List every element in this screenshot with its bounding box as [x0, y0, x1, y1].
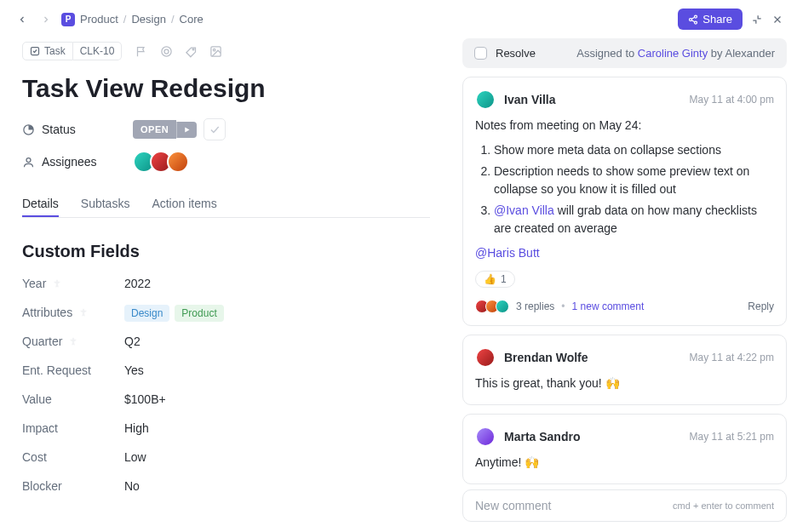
crumb-design[interactable]: Design [131, 13, 165, 26]
tab-details[interactable]: Details [22, 190, 59, 217]
field-value[interactable]: Q2 [124, 335, 140, 348]
composer-hint: cmd + enter to comment [673, 501, 774, 511]
mention[interactable]: @Ivan Villa [494, 203, 554, 217]
custom-fields-heading: Custom Fields [22, 242, 430, 261]
reply-avatars[interactable] [475, 300, 509, 313]
field-value[interactable]: DesignProduct [124, 306, 229, 319]
comment-composer[interactable]: cmd + enter to comment [462, 489, 787, 522]
check-icon [209, 123, 221, 135]
svg-point-12 [214, 49, 216, 51]
thumbs-up-icon: 👍 [484, 273, 496, 285]
custom-fields-list: Year2022AttributesDesignProductQuarterQ2… [22, 277, 430, 493]
comment-body: This is great, thank you! 🙌 [475, 375, 774, 392]
new-comments-link[interactable]: 1 new comment [572, 300, 645, 312]
comment-time: May 11 at 5:21 pm [690, 431, 774, 443]
field-row: QuarterQ2 [22, 335, 430, 348]
svg-line-3 [692, 17, 696, 19]
comment-card: Brendan Wolfe May 11 at 4:22 pm This is … [462, 335, 787, 405]
svg-line-4 [692, 20, 696, 21]
complete-button[interactable] [204, 118, 226, 140]
image-icon[interactable] [209, 45, 222, 58]
tag[interactable]: Design [124, 305, 169, 322]
field-row: Value$100B+ [22, 392, 430, 406]
task-id-label[interactable]: CLK-10 [73, 42, 123, 60]
comment-body: Notes from meeting on May 24: Show more … [475, 117, 774, 262]
tag[interactable]: Product [175, 305, 223, 322]
tab-action-items[interactable]: Action items [152, 190, 216, 217]
pin-icon [53, 279, 61, 288]
resolve-checkbox[interactable] [474, 47, 487, 60]
flag-icon[interactable] [135, 45, 148, 58]
svg-marker-14 [185, 127, 189, 132]
close-icon[interactable] [771, 14, 783, 26]
field-label: Year [22, 277, 124, 290]
svg-point-0 [695, 15, 697, 18]
task-type-chip[interactable]: Task [22, 42, 73, 60]
field-row: CostLow [22, 450, 430, 464]
comments-pane: Resolve Assigned to Caroline Ginty by Al… [452, 38, 797, 532]
field-label: Blocker [22, 479, 124, 493]
collapse-icon[interactable] [751, 14, 763, 26]
field-row: ImpactHigh [22, 421, 430, 435]
field-row: AttributesDesignProduct [22, 306, 430, 319]
avatar[interactable] [475, 426, 496, 447]
tag-icon[interactable] [185, 45, 198, 58]
status-label: Status [42, 123, 76, 136]
comment-input[interactable] [475, 499, 673, 512]
pin-icon [69, 337, 77, 346]
comment-card: Ivan Villa May 11 at 4:00 pm Notes from … [462, 77, 787, 326]
resolve-label[interactable]: Resolve [496, 47, 536, 60]
sprint-icon[interactable] [160, 45, 173, 58]
avatar[interactable] [475, 89, 496, 110]
nav-forward[interactable] [37, 13, 54, 26]
topbar: P Product / Design / Core Share [0, 0, 797, 38]
field-value[interactable]: No [124, 479, 140, 493]
comment-body: Anytime! 🙌 [475, 454, 774, 472]
share-button[interactable]: Share [678, 9, 743, 30]
status-next-button[interactable] [176, 122, 197, 138]
comment-author[interactable]: Marta Sandro [504, 430, 580, 443]
task-title[interactable]: Task View Redesign [22, 74, 430, 103]
reaction-pill[interactable]: 👍 1 [475, 271, 515, 288]
tab-subtasks[interactable]: Subtasks [81, 190, 130, 217]
status-pill[interactable]: OPEN [133, 120, 176, 139]
comment-author[interactable]: Ivan Villa [504, 93, 555, 106]
task-type-label: Task [44, 45, 66, 57]
field-row: BlockerNo [22, 479, 430, 493]
crumb-product[interactable]: Product [80, 13, 118, 26]
field-value[interactable]: Low [124, 450, 146, 464]
share-icon [688, 14, 698, 25]
replies-count[interactable]: 3 replies [516, 300, 554, 312]
svg-point-9 [164, 49, 169, 54]
field-row: Year2022 [22, 277, 430, 290]
breadcrumb: P Product / Design / Core [61, 13, 204, 26]
tabs: Details Subtasks Action items [22, 190, 430, 218]
svg-point-8 [162, 46, 171, 55]
field-label: Attributes [22, 306, 124, 319]
field-row: Ent. RequestYes [22, 363, 430, 377]
space-icon[interactable]: P [61, 13, 75, 26]
comment-card: Marta Sandro May 11 at 5:21 pm Anytime! … [462, 414, 787, 484]
reaction-count: 1 [501, 273, 507, 285]
reply-button[interactable]: Reply [748, 300, 774, 312]
svg-point-1 [690, 18, 692, 20]
mention[interactable]: @Haris Butt [475, 246, 540, 260]
pin-icon [79, 308, 88, 317]
nav-back[interactable] [14, 13, 31, 26]
resolve-bar: Resolve Assigned to Caroline Ginty by Al… [462, 38, 787, 68]
field-value[interactable]: High [124, 421, 149, 435]
comment-time: May 11 at 4:00 pm [690, 94, 774, 106]
assignee-link[interactable]: Caroline Ginty [638, 47, 708, 60]
field-label: Impact [22, 421, 124, 435]
avatar[interactable] [167, 151, 189, 173]
crumb-core[interactable]: Core [180, 13, 204, 26]
assignees-avatars[interactable] [133, 151, 189, 173]
comment-author[interactable]: Brendan Wolfe [504, 351, 588, 364]
field-value[interactable]: 2022 [124, 277, 151, 290]
field-value[interactable]: $100B+ [124, 392, 166, 406]
avatar[interactable] [475, 347, 496, 368]
field-label: Value [22, 392, 124, 406]
field-value[interactable]: Yes [124, 363, 144, 377]
share-label: Share [702, 13, 732, 26]
field-label: Cost [22, 450, 124, 464]
